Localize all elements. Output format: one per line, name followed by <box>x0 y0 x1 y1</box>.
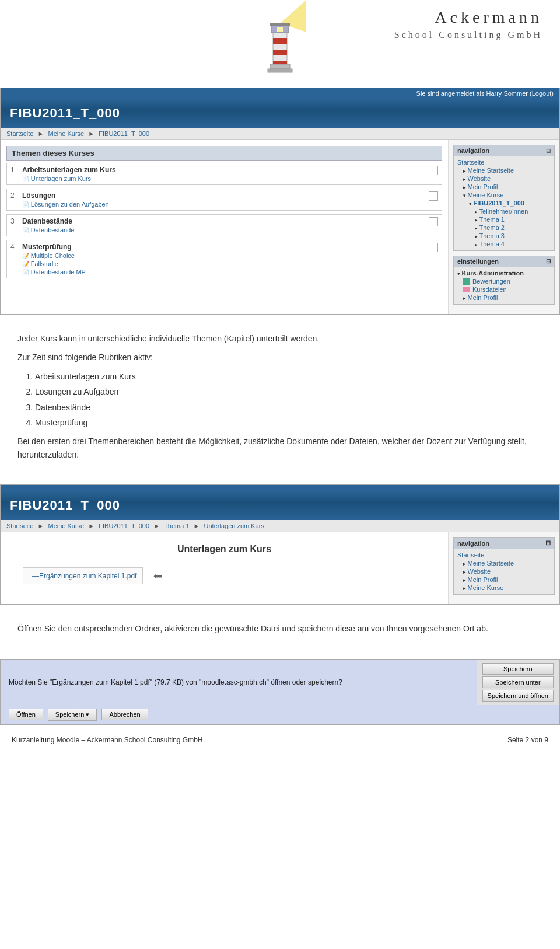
rubric-1: Arbeitsunterlagen zum Kurs <box>35 370 542 383</box>
moodle-sidebar-2: navigation ⊟ Startseite Meine Startseite… <box>449 532 559 604</box>
dialog-question: Möchten Sie "Ergänzungen zum Kapitel 1.p… <box>9 678 342 686</box>
save-button[interactable]: Speichern <box>482 663 554 675</box>
einst-header: einstellungen ⊟ <box>454 256 554 267</box>
save-as-button[interactable]: Speichern unter <box>482 676 554 688</box>
dialog-buttons-right: Speichern Speichern unter Speichern und … <box>477 660 559 705</box>
nav-item-thema4[interactable]: Thema 4 <box>457 240 551 248</box>
topic-4-link-2[interactable]: Fallstudie <box>22 260 426 267</box>
topbar-text-1: Sie sind angemeldet als Harry Sommer (Lo… <box>416 90 554 97</box>
topic-3: 3 Datenbestände Datenbestände <box>6 214 442 236</box>
moodle-screenshot-2: FIBU2011_T_000 Startseite ► Meine Kurse … <box>0 484 560 605</box>
file-item[interactable]: └─Ergänzungen zum Kapitel 1.pdf <box>23 567 143 584</box>
topic-2: 2 Lösungen Lösungen zu den Aufgaben <box>6 189 442 211</box>
dialog-text-area: Möchten Sie "Ergänzungen zum Kapitel 1.p… <box>1 660 477 705</box>
nav-list-2: Startseite Meine Startseite Website Mein… <box>454 549 554 594</box>
svg-rect-4 <box>273 61 287 64</box>
einst-mein-profil[interactable]: Mein Profil <box>457 294 551 302</box>
page-footer: Kurzanleitung Moodle – Ackermann School … <box>0 731 560 749</box>
topic-1-checkbox[interactable] <box>429 166 438 175</box>
para-2: Zur Zeit sind folgende Rubriken aktiv: <box>18 351 542 364</box>
nav2-meine-startseite[interactable]: Meine Startseite <box>457 559 551 567</box>
topic-1-link[interactable]: Unterlagen zum Kurs <box>22 175 426 182</box>
nav2-website[interactable]: Website <box>457 567 551 575</box>
para-save: Öffnen Sie den entsprechenden Ordner, ak… <box>18 622 542 635</box>
save-open-button[interactable]: Speichern und öffnen <box>482 690 554 702</box>
svg-rect-3 <box>273 50 287 55</box>
nav-item-meine-startseite[interactable]: Meine Startseite <box>457 166 551 175</box>
moodle-topbar-1: Sie sind angemeldet als Harry Sommer (Lo… <box>1 88 559 99</box>
moodle-main-1: Themen dieses Kurses 1 Arbeitsunterlagen… <box>1 140 449 314</box>
para-1: Jeder Kurs kann in unterschiedliche indi… <box>18 332 542 345</box>
topic-1: 1 Arbeitsunterlagen zum Kurs Unterlagen … <box>6 163 442 185</box>
nav-block-header-1: navigation ⊟ <box>454 145 554 156</box>
nav-item-mein-profil[interactable]: Mein Profil <box>457 183 551 191</box>
nav-item-website[interactable]: Website <box>457 175 551 183</box>
svg-rect-6 <box>270 23 290 26</box>
topic-3-link[interactable]: Datenbestände <box>22 226 426 233</box>
nav-item-fibu[interactable]: FIBU2011_T_000 <box>457 199 551 207</box>
moodle-body-1: Themen dieses Kurses 1 Arbeitsunterlagen… <box>1 140 559 314</box>
nav-item-thema3[interactable]: Thema 3 <box>457 232 551 240</box>
breadcrumb-2: Startseite ► Meine Kurse ► FIBU2011_T_00… <box>1 520 559 532</box>
save-bottom-button[interactable]: Speichern <box>48 709 97 721</box>
topic-2-checkbox[interactable] <box>429 191 438 201</box>
cancel-button[interactable]: Abbrechen <box>102 709 148 720</box>
section-header-1: Themen dieses Kurses <box>6 146 442 161</box>
rubric-3: Datenbestände <box>35 401 542 414</box>
svg-rect-2 <box>273 38 287 44</box>
company-name: Ackermann School Consulting GmbH <box>394 6 542 42</box>
nav2-mein-profil[interactable]: Mein Profil <box>457 575 551 584</box>
svg-rect-8 <box>268 69 292 72</box>
page-title-2: Unterlagen zum Kurs <box>6 538 442 560</box>
nav2-startseite[interactable]: Startseite <box>457 551 551 559</box>
einstellungen-block: einstellungen ⊟ Kurs-Administration Bewe… <box>453 256 555 305</box>
download-dialog: Möchten Sie "Ergänzungen zum Kapitel 1.p… <box>0 659 560 725</box>
folder-icon <box>463 287 470 292</box>
rubric-2: Lösungen zu Aufgaben <box>35 385 542 398</box>
logo-area: Ackermann School Consulting GmbH <box>0 0 560 82</box>
footer-right: Seite 2 von 9 <box>508 736 548 744</box>
course-title-1: FIBU2011_T_000 <box>10 106 550 121</box>
breadcrumb-1: Startseite ► Meine Kurse ► FIBU2011_T_00… <box>1 128 559 140</box>
einst-bewertungen[interactable]: Bewertungen <box>457 277 551 285</box>
moodle-header-2: FIBU2011_T_000 <box>1 491 559 520</box>
nav-block-2: navigation ⊟ Startseite Meine Startseite… <box>453 537 555 595</box>
topic-4-link-3[interactable]: Datenbestände MP <box>22 268 426 275</box>
svg-rect-1 <box>273 32 287 64</box>
nav-item-startseite[interactable]: Startseite <box>457 158 551 166</box>
moodle-sidebar-1: navigation ⊟ Startseite Meine Startseite… <box>449 140 559 314</box>
nav-list-1: Startseite Meine Startseite Website Mein… <box>454 156 554 250</box>
topic-4: 4 Musterprüfung Multiple Choice Fallstud… <box>6 240 442 278</box>
moodle-main-2: Unterlagen zum Kurs └─Ergänzungen zum Ka… <box>1 532 449 604</box>
topic-4-checkbox[interactable] <box>429 243 438 252</box>
file-row: └─Ergänzungen zum Kapitel 1.pdf ⬅ <box>6 560 442 591</box>
einst-body: Kurs-Administration Bewertungen Kursdate… <box>454 267 554 304</box>
svg-rect-7 <box>270 64 290 69</box>
moodle-topbar-2 <box>1 485 559 491</box>
nav-item-meine-kurse[interactable]: Meine Kurse <box>457 191 551 199</box>
topic-2-link[interactable]: Lösungen zu den Aufgaben <box>22 201 426 208</box>
nav2-meine-kurse[interactable]: Meine Kurse <box>457 584 551 592</box>
rubric-4: Musterprüfung <box>35 416 542 429</box>
topic-3-checkbox[interactable] <box>429 217 438 226</box>
open-button[interactable]: Öffnen <box>9 709 43 720</box>
para-3: Bei den ersten drei Themenbereichen best… <box>18 435 542 461</box>
course-title-2: FIBU2011_T_000 <box>10 498 550 513</box>
file-link[interactable]: └─Ergänzungen zum Kapitel 1.pdf <box>29 572 136 580</box>
einst-kursdateien[interactable]: Kursdateien <box>457 285 551 294</box>
green-icon <box>463 278 470 285</box>
text-content-1: Jeder Kurs kann in unterschiedliche indi… <box>0 320 560 479</box>
nav-item-thema1[interactable]: Thema 1 <box>457 215 551 224</box>
moodle-header-1: FIBU2011_T_000 <box>1 99 559 128</box>
topic-4-link-1[interactable]: Multiple Choice <box>22 252 426 259</box>
nav-item-thema2[interactable]: Thema 2 <box>457 224 551 232</box>
arrow-right-icon: ⬅ <box>153 570 162 582</box>
moodle-body-2: Unterlagen zum Kurs └─Ergänzungen zum Ka… <box>1 532 559 604</box>
einst-kurs-admin: Kurs-Administration <box>457 269 551 277</box>
moodle-screenshot-1: Sie sind angemeldet als Harry Sommer (Lo… <box>0 88 560 315</box>
svg-rect-9 <box>277 27 283 32</box>
dialog-bottom-buttons: Öffnen Speichern Abbrechen <box>1 705 559 724</box>
nav-icons: ⊟ <box>546 148 551 154</box>
rubrics-list: Arbeitsunterlagen zum Kurs Lösungen zu A… <box>35 370 542 430</box>
nav-item-teilnehmer[interactable]: Teilnehmer/innen <box>457 207 551 215</box>
